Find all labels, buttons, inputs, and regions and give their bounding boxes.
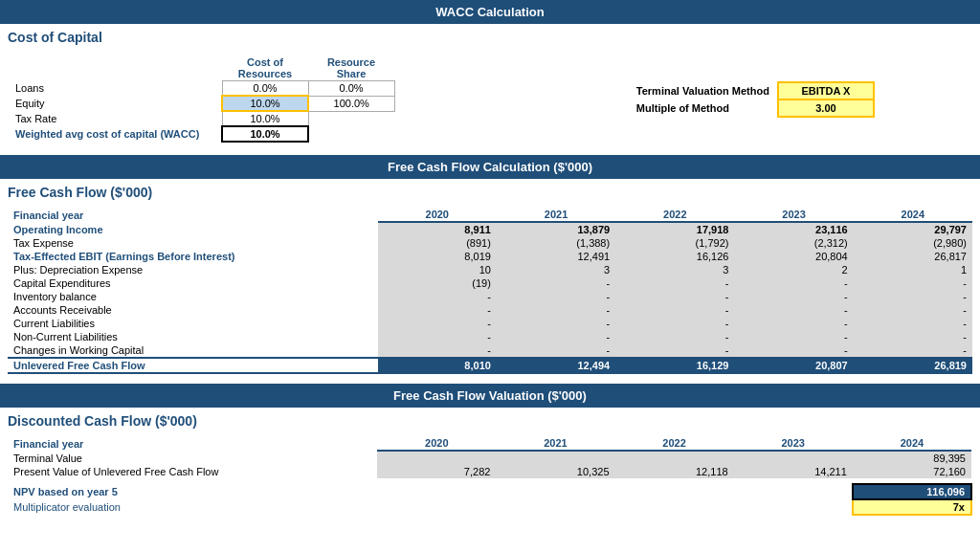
npv-value: 116,096 (853, 484, 971, 499)
capex-2021: - (497, 276, 615, 290)
mult-label: Multiplicator evaluation (8, 499, 377, 515)
ufcf-label: Unlevered Free Cash Flow (8, 358, 378, 373)
ebit-2020: 8,019 (378, 250, 497, 263)
fcf-year-header-row: Financial year 2020 2021 2022 2023 2024 (8, 208, 972, 222)
wacc-label: Weighted avg cost of capital (WACC) (11, 126, 222, 142)
cl-2022: - (615, 317, 734, 330)
multiple-value[interactable]: 3.00 (778, 99, 874, 117)
npv-empty-2020 (377, 484, 496, 499)
tv-2021 (496, 451, 614, 465)
tv-2024: 89,395 (853, 451, 971, 465)
ncl-label: Non-Current Liabilities (8, 330, 378, 343)
npv-empty-2022 (615, 484, 734, 499)
wacc-cost[interactable]: 10.0% (222, 126, 308, 142)
ncl-2020: - (378, 330, 497, 343)
oi-2023: 23,116 (734, 222, 853, 236)
dep-2021: 3 (497, 263, 615, 276)
te-2023: (2,312) (734, 236, 853, 250)
dcf-year-2024: 2024 (853, 436, 971, 451)
capex-row: Capital Expenditures (19) - - - - (8, 276, 972, 290)
inv-2022: - (615, 290, 734, 303)
ar-label: Accounts Receivable (8, 303, 378, 317)
mult-value[interactable]: 7x (853, 499, 971, 515)
dep-2022: 3 (615, 263, 734, 276)
npv-row: NPV based on year 5 116,096 (8, 484, 971, 499)
wacc-left-panel: Cost of Resources Resource Share Loans 0… (8, 55, 587, 144)
cost-of-capital-title: Cost of Capital (0, 24, 980, 49)
equity-label: Equity (11, 96, 222, 111)
pv-2023: 14,211 (734, 465, 853, 478)
fcf-year-2021: 2021 (497, 208, 615, 222)
ncl-2023: - (734, 330, 853, 343)
equity-share[interactable]: 100.0% (308, 96, 394, 111)
dcf-year-2021: 2021 (496, 436, 614, 451)
wacc-table: Cost of Resources Resource Share Loans 0… (8, 55, 972, 144)
dcf-section-title: Discounted Cash Flow ($'000) (0, 408, 980, 432)
dcf-year-2023: 2023 (734, 436, 853, 451)
ebit-2021: 12,491 (497, 250, 615, 263)
wc-2024: - (854, 343, 972, 358)
dep-2020: 10 (378, 263, 497, 276)
ar-2023: - (734, 303, 853, 317)
fcf-year-2024: 2024 (854, 208, 972, 222)
fcf-year-2022: 2022 (615, 208, 734, 222)
dep-2024: 1 (854, 263, 972, 276)
tax-rate-row: Tax Rate 10.0% (11, 111, 394, 126)
tv-2022 (615, 451, 734, 465)
mult-empty-2021 (496, 499, 614, 515)
tax-rate-cost[interactable]: 10.0% (222, 111, 308, 126)
fcf-year-2023: 2023 (734, 208, 853, 222)
loans-share[interactable]: 0.0% (308, 81, 394, 97)
dcf-year-header-row: Financial year 2020 2021 2022 2023 2024 (8, 436, 971, 451)
dcf-year-2022: 2022 (615, 436, 734, 451)
tv-2023 (734, 451, 853, 465)
ar-2021: - (497, 303, 615, 317)
dcf-year-2020: 2020 (377, 436, 496, 451)
col-cost-header: Cost of Resources (222, 55, 308, 81)
tv-2020 (377, 451, 496, 465)
fcf-section: Financial year 2020 2021 2022 2023 2024 … (0, 204, 980, 378)
ufcf-2024: 26,819 (854, 358, 972, 373)
wacc-share-empty (308, 126, 394, 142)
mult-empty-2020 (377, 499, 496, 515)
fcf-year-label: Financial year (8, 208, 378, 222)
equity-cost[interactable]: 10.0% (222, 96, 308, 111)
wc-label: Changes in Working Capital (8, 343, 378, 358)
inv-2023: - (734, 290, 853, 303)
loans-cost[interactable]: 0.0% (222, 81, 308, 97)
pv-2021: 10,325 (496, 465, 614, 478)
inv-2020: - (378, 290, 497, 303)
tax-expense-row: Tax Expense (891) (1,388) (1,792) (2,312… (8, 236, 972, 250)
tv-label: Terminal Value (8, 451, 377, 465)
inventory-row: Inventory balance - - - - - (8, 290, 972, 303)
cl-2023: - (734, 317, 853, 330)
oi-2024: 29,797 (854, 222, 972, 236)
fcf-year-2020: 2020 (378, 208, 497, 222)
capex-label: Capital Expenditures (8, 276, 378, 290)
dcf-section: Financial year 2020 2021 2022 2023 2024 … (0, 432, 980, 519)
te-2021: (1,388) (497, 236, 615, 250)
cl-row: Current Liabilities - - - - - (8, 317, 972, 330)
npv-label: NPV based on year 5 (8, 484, 377, 499)
inv-2024: - (854, 290, 972, 303)
operating-income-row: Operating Income 8,911 13,879 17,918 23,… (8, 222, 972, 236)
cl-2021: - (497, 317, 615, 330)
te-2022: (1,792) (615, 236, 734, 250)
ncl-2022: - (615, 330, 734, 343)
mult-empty-2022 (615, 499, 734, 515)
npv-empty-2021 (496, 484, 614, 499)
operating-income-label: Operating Income (8, 222, 378, 236)
cl-2020: - (378, 317, 497, 330)
tax-rate-share-empty (308, 111, 394, 126)
terminal-value[interactable]: EBITDA X (778, 82, 874, 99)
wc-2020: - (378, 343, 497, 358)
ncl-2024: - (854, 330, 972, 343)
ar-2020: - (378, 303, 497, 317)
te-2024: (2,980) (854, 236, 972, 250)
ebit-2023: 20,804 (734, 250, 853, 263)
multiple-label: Multiple of Method (629, 99, 778, 117)
terminal-value-row: Terminal Value 89,395 (8, 451, 971, 465)
capex-2022: - (615, 276, 734, 290)
fcf-section-title: Free Cash Flow ($'000) (0, 179, 980, 204)
oi-2022: 17,918 (615, 222, 734, 236)
